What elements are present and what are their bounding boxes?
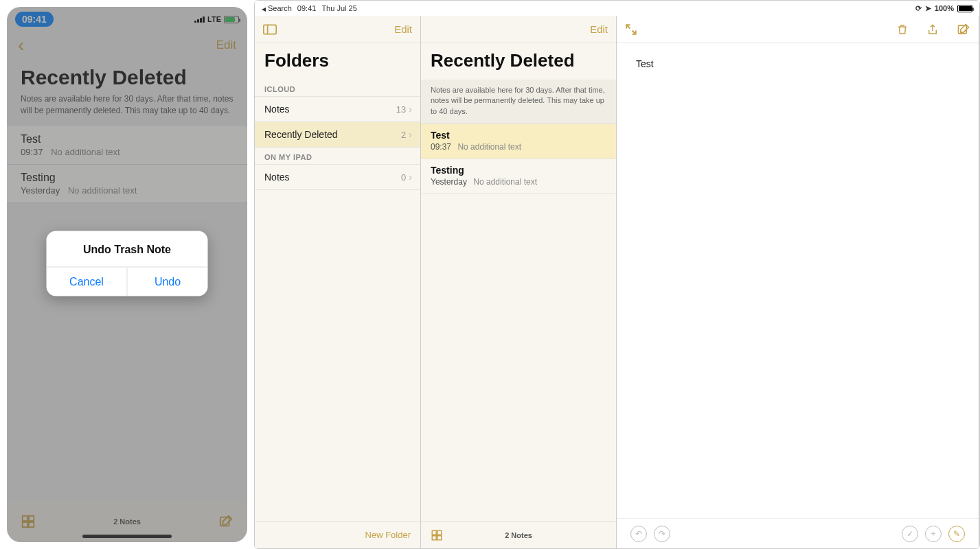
folders-footer: New Folder <box>255 521 420 548</box>
battery-pct: 100% <box>935 4 954 12</box>
ipad-status-right: ⟳ ➤ 100% <box>915 4 972 13</box>
notes-toolbar: Edit <box>421 16 616 43</box>
undo-dialog: Undo Trash Note Cancel Undo <box>47 231 208 296</box>
svg-rect-5 <box>264 25 276 34</box>
edit-button[interactable]: Edit <box>590 23 608 35</box>
editor-content[interactable]: Test <box>617 43 979 84</box>
note-row[interactable]: Testing Yesterday No additional text <box>421 159 616 194</box>
svg-rect-9 <box>432 535 436 539</box>
note-subtitle: 09:37 No additional text <box>431 142 606 152</box>
folders-toolbar: Edit <box>255 16 420 43</box>
section-label-icloud: ICLOUD <box>255 80 420 96</box>
add-circle-icon[interactable]: ＋ <box>925 526 942 542</box>
iphone-status-bar: 09:41 LTE <box>7 7 247 32</box>
edit-button[interactable]: Edit <box>394 23 412 35</box>
note-subtitle: Yesterday No additional text <box>431 177 606 187</box>
iphone-time-pill[interactable]: 09:41 <box>15 12 54 27</box>
note-subtitle: Yesterday No additional text <box>21 185 233 196</box>
ipad-date: Thu Jul 25 <box>321 4 356 12</box>
note-title: Test <box>21 133 233 145</box>
editor-footer: ↶ ↷ ✓ ＋ ✎ <box>617 518 979 548</box>
section-label-onmyipad: ON MY IPAD <box>255 148 420 164</box>
note-title: Testing <box>21 172 233 184</box>
dialog-title: Undo Trash Note <box>47 231 208 267</box>
markup-icon[interactable]: ✎ <box>948 526 965 542</box>
ipad-time: 09:41 <box>297 4 317 12</box>
new-folder-button[interactable]: New Folder <box>365 530 411 540</box>
svg-rect-3 <box>29 522 34 527</box>
undo-circle-icon[interactable]: ↶ <box>630 526 647 542</box>
note-title: Testing <box>431 165 606 176</box>
note-subtitle: 09:37 No additional text <box>21 147 233 157</box>
svg-rect-2 <box>23 522 27 527</box>
battery-icon <box>224 16 239 23</box>
undo-button[interactable]: Undo <box>128 268 208 296</box>
sync-icon: ⟳ <box>915 4 922 13</box>
back-to-search[interactable]: Search <box>262 4 292 12</box>
editor-column: Test ↶ ↷ ✓ ＋ ✎ <box>617 16 979 548</box>
share-icon[interactable] <box>926 23 939 36</box>
battery-icon <box>957 5 972 12</box>
notes-footer-count: 2 Notes <box>505 531 532 539</box>
carrier-label: LTE <box>207 15 221 23</box>
grid-view-icon[interactable] <box>21 514 36 529</box>
note-title: Test <box>431 130 606 141</box>
iphone-notes-list: Test 09:37 No additional text Testing Ye… <box>7 126 247 203</box>
svg-rect-10 <box>437 535 442 539</box>
iphone-page-title: Recently Deleted <box>7 56 247 89</box>
chevron-right-icon: › <box>409 172 412 183</box>
iphone-subtitle: Notes are available here for 30 days. Af… <box>7 89 247 126</box>
notes-column: Edit Recently Deleted Notes are availabl… <box>421 16 617 548</box>
trash-icon[interactable] <box>896 23 909 36</box>
svg-rect-7 <box>432 530 436 535</box>
redo-circle-icon[interactable]: ↷ <box>654 526 670 542</box>
folder-row-notes[interactable]: Notes 13› <box>255 96 420 122</box>
editor-toolbar <box>617 16 979 43</box>
iphone-nav: ‹ Edit <box>7 32 247 56</box>
folders-column: Edit Folders ICLOUD Notes 13› Recently D… <box>255 16 421 548</box>
back-chevron-icon[interactable]: ‹ <box>18 34 24 56</box>
svg-rect-1 <box>29 516 34 521</box>
notes-title: Recently Deleted <box>421 43 616 80</box>
folders-title: Folders <box>255 43 420 80</box>
expand-icon[interactable] <box>625 23 637 36</box>
checklist-icon[interactable]: ✓ <box>902 526 918 542</box>
compose-icon[interactable] <box>957 23 970 36</box>
notes-footer: 2 Notes <box>421 521 616 548</box>
location-icon: ➤ <box>925 4 931 13</box>
chevron-right-icon: › <box>409 104 412 115</box>
folder-row-recently-deleted[interactable]: Recently Deleted 2› <box>255 122 420 148</box>
notes-subtitle: Notes are available here for 30 days. Af… <box>421 80 616 124</box>
note-row[interactable]: Test 09:37 No additional text <box>421 124 616 159</box>
svg-rect-8 <box>437 530 442 535</box>
iphone-status-right: LTE <box>194 15 239 23</box>
signal-icon <box>194 16 205 23</box>
home-indicator[interactable] <box>82 535 172 538</box>
iphone-footer-count: 2 Notes <box>113 517 141 526</box>
chevron-right-icon: › <box>409 129 412 140</box>
ipad-status-bar: Search 09:41 Thu Jul 25 ⟳ ➤ 100% <box>255 1 979 16</box>
list-item[interactable]: Test 09:37 No additional text <box>7 126 247 165</box>
sidebar-toggle-icon[interactable] <box>263 24 277 35</box>
cancel-button[interactable]: Cancel <box>47 268 128 296</box>
compose-icon[interactable] <box>218 514 233 529</box>
list-item[interactable]: Testing Yesterday No additional text <box>7 165 247 203</box>
edit-button[interactable]: Edit <box>216 38 236 52</box>
iphone-frame: 09:41 LTE ‹ Edit Recently Deleted Notes … <box>7 7 247 542</box>
grid-view-icon[interactable] <box>431 529 443 541</box>
ipad-frame: Search 09:41 Thu Jul 25 ⟳ ➤ 100% Edit <box>254 0 980 549</box>
svg-rect-0 <box>23 516 27 521</box>
folder-row-local-notes[interactable]: Notes 0› <box>255 164 420 190</box>
